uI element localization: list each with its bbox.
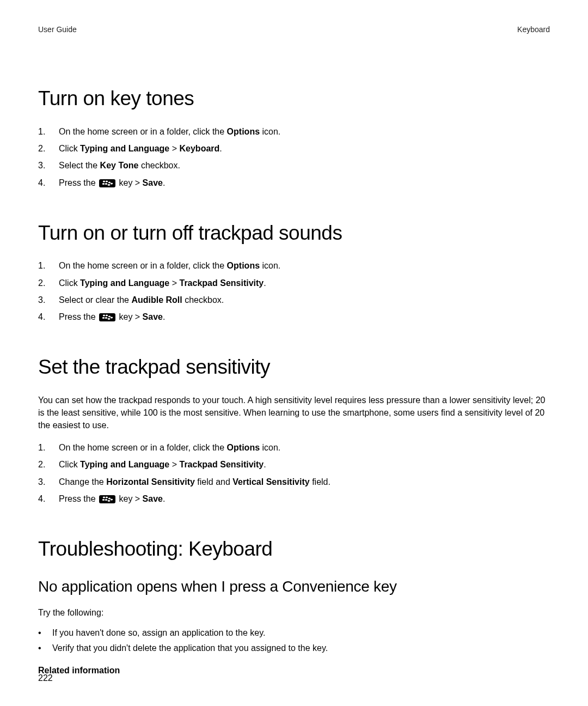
svg-point-4 (108, 181, 111, 183)
page-number: 222 (38, 672, 53, 684)
svg-point-8 (106, 315, 108, 317)
text: . (163, 312, 165, 321)
text: Change the (59, 477, 106, 486)
step-text: On the home screen or in a folder, click… (59, 259, 550, 272)
text: > (169, 144, 179, 153)
text: icon. (260, 261, 280, 270)
svg-point-18 (108, 498, 111, 500)
svg-point-1 (106, 180, 108, 182)
text: field and (195, 477, 232, 486)
bold-text: Key Tone (100, 161, 139, 170)
step-text: Click Typing and Language > Keyboard. (59, 142, 550, 155)
text: checkbox. (138, 161, 180, 170)
list-item: If you haven't done so, assign an applic… (38, 626, 550, 639)
text: key > (117, 178, 143, 187)
related-information-label: Related information (38, 664, 550, 677)
svg-point-12 (108, 318, 110, 320)
svg-point-7 (103, 315, 105, 317)
text: Press the (59, 494, 98, 503)
text: Click (59, 144, 80, 153)
subheading-no-application: No application opens when I press a Conv… (38, 576, 550, 598)
text: Click (59, 278, 80, 288)
svg-point-15 (106, 497, 108, 498)
list-item: Verify that you didn't delete the applic… (38, 642, 550, 654)
step-item: Select the Key Tone checkbox. (38, 159, 550, 172)
intro-text: You can set how the trackpad responds to… (38, 394, 550, 432)
bold-text: Save (143, 178, 163, 187)
blackberry-key-icon (99, 179, 115, 187)
page-header: User Guide Keyboard (38, 24, 550, 35)
heading-turn-on-key-tones: Turn on key tones (38, 84, 550, 113)
bold-text: Typing and Language (80, 278, 169, 288)
bold-text: Typing and Language (80, 144, 169, 153)
text: Select or clear the (59, 295, 131, 305)
step-item: Press the key > Save. (38, 311, 550, 323)
step-text: Change the Horizontal Sensitivity field … (59, 476, 550, 488)
bold-text: Save (143, 494, 163, 503)
bold-text: Options (227, 127, 260, 136)
svg-point-0 (103, 180, 105, 182)
bold-text: Options (227, 261, 260, 270)
section-trackpad-sensitivity: Set the trackpad sensitivity You can set… (38, 352, 550, 505)
svg-point-11 (108, 316, 111, 318)
step-item: On the home screen or in a folder, click… (38, 259, 550, 272)
bold-text: Save (143, 312, 163, 321)
text: . (264, 460, 266, 469)
text: icon. (260, 443, 280, 452)
text: Press the (59, 312, 98, 321)
step-text: Press the key > Save. (59, 492, 550, 505)
section-trackpad-sounds: Turn on or turn off trackpad sounds On t… (38, 218, 550, 323)
step-item: Click Typing and Language > Trackpad Sen… (38, 458, 550, 471)
text: . (163, 494, 165, 503)
text: On the home screen or in a folder, click… (59, 443, 227, 452)
document-page: User Guide Keyboard Turn on key tones On… (0, 0, 588, 706)
svg-point-17 (105, 499, 107, 501)
step-text: On the home screen or in a folder, click… (59, 125, 550, 138)
blackberry-key-icon (99, 313, 115, 321)
blackberry-key-icon (99, 495, 115, 503)
text: key > (117, 312, 143, 321)
text: > (169, 278, 179, 288)
step-text: Select or clear the Audible Roll checkbo… (59, 294, 550, 306)
text: Click (59, 460, 80, 469)
svg-point-16 (102, 499, 105, 501)
svg-point-10 (105, 317, 107, 319)
bold-text: Typing and Language (80, 460, 169, 469)
heading-trackpad-sensitivity: Set the trackpad sensitivity (38, 352, 550, 382)
step-text: Click Typing and Language > Trackpad Sen… (59, 458, 550, 471)
step-item: Press the key > Save. (38, 492, 550, 505)
heading-troubleshooting: Troubleshooting: Keyboard (38, 534, 550, 564)
text: Press the (59, 178, 98, 187)
step-item: Select or clear the Audible Roll checkbo… (38, 294, 550, 306)
header-right: Keyboard (517, 24, 550, 35)
bullet-list: If you haven't done so, assign an applic… (38, 626, 550, 654)
step-item: On the home screen or in a folder, click… (38, 125, 550, 138)
bold-text: Audible Roll (131, 295, 182, 305)
bold-text: Options (227, 443, 260, 452)
bold-text: Trackpad Sensitivity (180, 278, 264, 288)
section-troubleshooting: Troubleshooting: Keyboard No application… (38, 534, 550, 677)
text: icon. (260, 127, 280, 136)
svg-point-5 (108, 184, 110, 185)
step-text: Press the key > Save. (59, 176, 550, 189)
text: Select the (59, 161, 100, 170)
svg-point-13 (111, 317, 113, 319)
step-text: Click Typing and Language > Trackpad Sen… (59, 277, 550, 289)
bold-text: Keyboard (180, 144, 220, 153)
svg-point-19 (108, 500, 110, 502)
bold-text: Vertical Sensitivity (232, 477, 309, 486)
text: On the home screen or in a folder, click… (59, 261, 227, 270)
svg-point-14 (103, 497, 105, 498)
steps-list: On the home screen or in a folder, click… (38, 259, 550, 323)
step-text: On the home screen or in a folder, click… (59, 441, 550, 454)
step-text: Select the Key Tone checkbox. (59, 159, 550, 172)
header-left: User Guide (38, 24, 77, 35)
heading-trackpad-sounds: Turn on or turn off trackpad sounds (38, 218, 550, 248)
text: . (219, 144, 222, 153)
svg-point-2 (102, 183, 105, 185)
bold-text: Horizontal Sensitivity (106, 477, 195, 486)
text: . (264, 278, 266, 288)
bold-text: Trackpad Sensitivity (180, 460, 264, 469)
steps-list: On the home screen or in a folder, click… (38, 125, 550, 189)
text: > (169, 460, 179, 469)
